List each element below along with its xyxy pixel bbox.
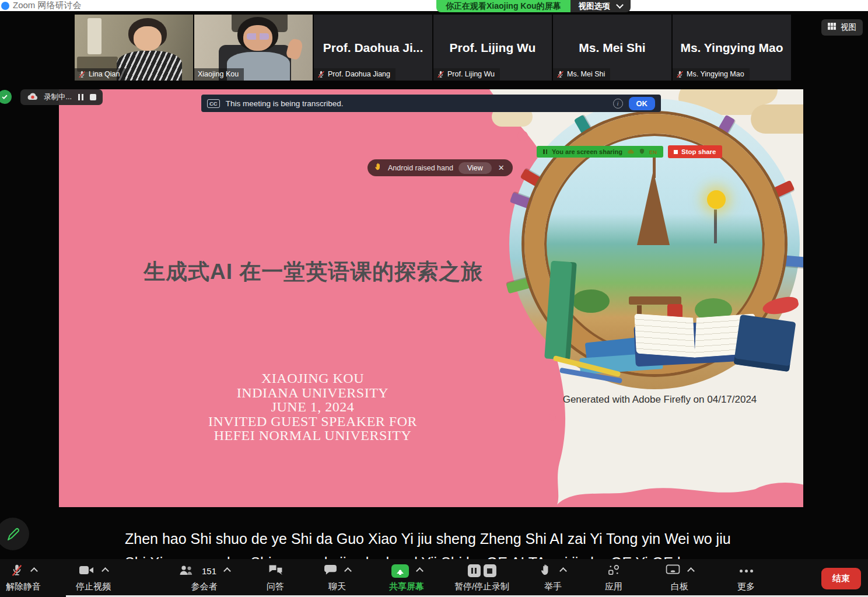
stop-video-label: 停止视频 [76, 581, 111, 592]
view-options-button[interactable]: 视图选项 [570, 0, 631, 12]
screen-sharing-bar: You are screen sharing EN Stop share [537, 146, 722, 158]
chevron-up-icon[interactable] [416, 567, 424, 575]
tile-ms-yingying-mao[interactable]: Ms. Yingying Mao Ms. Yingying Mao [673, 15, 791, 81]
speaker-line: INVITED GUEST SPEAKER FOR [161, 414, 464, 429]
more-label: 更多 [737, 581, 755, 592]
grid-view-icon [828, 23, 836, 32]
cloud-icon [627, 148, 635, 155]
closed-caption-icon: CC [207, 99, 220, 108]
tile-ms-mei-shi[interactable]: Ms. Mei Shi Ms. Mei Shi [553, 15, 671, 81]
qa-button[interactable]: 问答 [267, 563, 284, 592]
stop-share-label: Stop share [681, 148, 716, 155]
speaker-line: INDIANA UNIVERSITY [161, 386, 464, 400]
participant-name-label: Xiaojing Kou [194, 68, 244, 81]
unmute-label: 解除静音 [6, 581, 41, 592]
unmute-button[interactable]: 解除静音 [6, 563, 41, 592]
whiteboard-icon [666, 564, 680, 577]
stop-recording-icon[interactable] [483, 564, 496, 577]
pause-stop-recording-button[interactable]: 暂停/停止录制 [454, 563, 509, 592]
book-illustration [733, 315, 796, 372]
raise-hand-icon [540, 564, 552, 578]
chevron-up-icon[interactable] [102, 567, 109, 575]
chevron-up-icon[interactable] [559, 567, 567, 575]
participant-name-label: Prof. Daohua Jiang [314, 68, 396, 81]
participants-icon [178, 565, 194, 577]
participant-name-label: Ms. Yingying Mao [673, 68, 750, 81]
chevron-up-icon[interactable] [30, 567, 38, 575]
transcription-ok-button[interactable]: OK [629, 97, 656, 110]
record-label: 暂停/停止录制 [454, 581, 509, 592]
slide-speaker-block: XIAOJING KOU INDIANA UNIVERSITY JUNE 1, … [161, 371, 464, 443]
sharing-status-text: You are screen sharing [552, 148, 622, 155]
mic-muted-icon [10, 563, 23, 579]
info-icon[interactable]: i [613, 99, 623, 109]
share-screen-button[interactable]: 共享屏幕 [389, 563, 424, 592]
pause-recording-icon[interactable] [467, 564, 480, 577]
participant-name: Prof. Lijing Wu [447, 70, 495, 78]
chat-button[interactable]: 聊天 [324, 563, 351, 592]
annotate-pencil-button[interactable] [0, 518, 29, 550]
watching-status-text: 你正在观看Xiaojing Kou的屏幕 [436, 0, 570, 12]
tile-prof-daohua-jiang[interactable]: Prof. Daohua Ji... Prof. Daohua Jiang [314, 15, 432, 81]
view-layout-button[interactable]: 视图 [821, 19, 863, 36]
language-badge: EN [649, 149, 657, 155]
participant-name: Prof. Daohua Jiang [328, 70, 390, 78]
participant-name: Ms. Yingying Mao [687, 70, 744, 78]
chat-label: 聊天 [328, 581, 346, 592]
mic-muted-icon [317, 71, 325, 78]
window-titlebar: Zoom 网络研讨会 [0, 0, 868, 11]
stop-recording-button[interactable] [90, 94, 96, 100]
chevron-up-icon[interactable] [344, 567, 352, 575]
stop-share-button[interactable]: Stop share [668, 145, 722, 158]
meeting-toolbar: 解除静音 停止视频 151 参会者 问答 [0, 559, 868, 597]
security-shield-icon[interactable] [0, 90, 12, 104]
video-tile-lina-qian[interactable]: Lina Qian [75, 15, 193, 81]
stop-video-button[interactable]: 停止视频 [76, 563, 111, 592]
speaker-line: HEFEI NORMAL UNIVERSITY [161, 428, 464, 443]
qa-label: 问答 [267, 581, 284, 592]
participant-name: Xiaojing Kou [198, 70, 239, 78]
window-title: Zoom 网络研讨会 [13, 0, 82, 11]
mic-muted-icon [556, 71, 564, 78]
video-tile-xiaojing-kou[interactable]: Xiaojing Kou [194, 15, 313, 81]
tile-prof-lijing-wu[interactable]: Prof. Lijing Wu Prof. Lijing Wu [433, 15, 552, 81]
chevron-up-icon[interactable] [687, 567, 695, 575]
cloud-recording-icon [27, 92, 38, 103]
image-credit-text: Generated with Adobe Firefly on 04/17/20… [531, 394, 788, 406]
screen-watch-banner: 你正在观看Xiaojing Kou的屏幕 视图选项 [436, 0, 631, 12]
toast-close-button[interactable]: ✕ [497, 163, 506, 172]
mic-muted-icon [676, 71, 684, 78]
raise-hand-button[interactable]: 举手 [540, 563, 566, 592]
chat-bubble-icon [324, 564, 337, 577]
toast-view-button[interactable]: View [459, 162, 492, 174]
more-dots-icon [740, 570, 743, 572]
whiteboard-button[interactable]: 白板 [666, 563, 694, 592]
end-meeting-button[interactable]: 结束 [821, 568, 861, 589]
recording-status-text: 录制中... [44, 92, 72, 102]
share-screen-icon [391, 564, 409, 578]
participants-button[interactable]: 151 参会者 [178, 563, 230, 592]
participant-name-label: Prof. Lijing Wu [433, 68, 500, 81]
apps-button[interactable]: 应用 [605, 563, 622, 592]
transcription-banner: CC This meeting is being transcribed. i … [201, 95, 661, 112]
toast-message: Android raised hand [388, 164, 453, 172]
camera-icon [79, 565, 94, 577]
chevron-up-icon[interactable] [223, 567, 231, 575]
eiffel-tower-illustration [637, 170, 670, 245]
participant-name-label: Ms. Mei Shi [553, 68, 610, 81]
pause-share-icon[interactable] [543, 149, 547, 154]
view-options-label: 视图选项 [579, 1, 610, 12]
share-screen-label: 共享屏幕 [389, 581, 424, 592]
caption-line-1: Zhen hao Shi shuo de ye Shi da Guo Xiao … [125, 527, 761, 551]
sharing-status: You are screen sharing EN [537, 146, 663, 158]
light-bulb-illustration [707, 190, 726, 209]
stop-icon [674, 150, 678, 154]
pause-recording-button[interactable] [77, 93, 85, 102]
more-button[interactable]: 更多 [737, 563, 755, 592]
participant-name-label: Lina Qian [75, 68, 125, 81]
participant-name: Lina Qian [89, 70, 120, 78]
chevron-down-icon [616, 1, 624, 9]
slide-title: 生成式AI 在一堂英语课的探索之旅 [144, 257, 552, 287]
speaker-line: XIAOJING KOU [161, 371, 464, 386]
recording-indicator: 录制中... [20, 89, 103, 105]
